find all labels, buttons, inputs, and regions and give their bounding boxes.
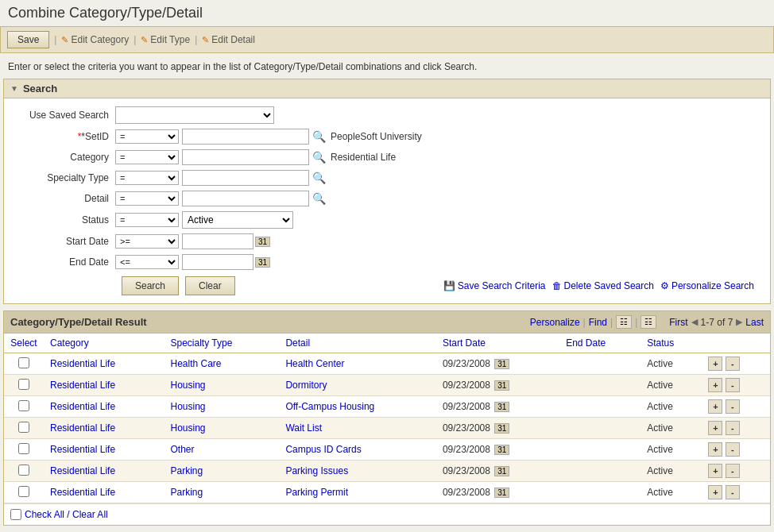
row-detail-link[interactable]: Off-Campus Housing xyxy=(285,401,374,412)
clear-button[interactable]: Clear xyxy=(185,276,235,295)
row-checkbox[interactable] xyxy=(18,379,29,390)
edit-type-link[interactable]: ✎ Edit Type xyxy=(141,34,190,45)
setid-input[interactable]: PSUNV xyxy=(182,129,309,145)
personalize-results-link[interactable]: Personalize xyxy=(530,317,580,328)
search-button[interactable]: Search xyxy=(122,276,179,295)
row-remove-button[interactable]: - xyxy=(726,421,740,435)
use-saved-search-control xyxy=(115,106,274,124)
prev-arrow-icon[interactable]: ◀ xyxy=(691,317,698,327)
row-remove-button[interactable]: - xyxy=(726,485,740,499)
start-date-operator-select[interactable]: =>=<=>< xyxy=(115,234,179,249)
row-add-button[interactable]: + xyxy=(708,421,722,435)
detail-input[interactable] xyxy=(182,191,309,206)
row-category-link[interactable]: Residential Life xyxy=(50,444,115,455)
sep2: | xyxy=(134,34,136,45)
view-icon-2[interactable]: ☷ xyxy=(640,315,656,329)
row-specialty-type-link[interactable]: Other xyxy=(170,444,194,455)
row-category-link[interactable]: Residential Life xyxy=(50,380,115,391)
row-select-cell xyxy=(4,482,44,503)
specialty-type-input[interactable] xyxy=(182,170,309,186)
row-start-date-cal-icon[interactable]: 31 xyxy=(494,423,509,434)
row-remove-button[interactable]: - xyxy=(726,378,740,392)
find-link[interactable]: Find xyxy=(589,317,607,328)
row-category-link[interactable]: Residential Life xyxy=(50,487,115,498)
end-date-operator-select[interactable]: <==>= xyxy=(115,255,179,269)
row-specialty-type-link[interactable]: Housing xyxy=(170,380,205,391)
personalize-search-link[interactable]: ⚙ Personalize Search xyxy=(660,280,754,291)
end-date-calendar-icon[interactable]: 31 xyxy=(255,257,270,268)
delete-search-link[interactable]: 🗑 Delete Saved Search xyxy=(552,280,654,291)
first-link[interactable]: First xyxy=(669,317,687,328)
row-checkbox[interactable] xyxy=(18,422,29,433)
status-value-select[interactable]: Active Inactive xyxy=(182,211,293,229)
row-action-cell: + - xyxy=(702,482,770,503)
row-checkbox[interactable] xyxy=(18,486,29,497)
row-detail-cell: Dormitory xyxy=(279,375,435,396)
start-date-calendar-icon[interactable]: 31 xyxy=(255,237,270,247)
row-remove-button[interactable]: - xyxy=(726,442,740,457)
category-input[interactable]: RLIFE xyxy=(182,149,309,165)
row-detail-link[interactable]: Health Center xyxy=(285,358,344,369)
row-add-button[interactable]: + xyxy=(708,357,722,371)
search-header[interactable]: ▼ Search xyxy=(4,79,770,98)
row-category-link[interactable]: Residential Life xyxy=(50,401,115,412)
row-detail-link[interactable]: Parking Issues xyxy=(285,465,348,476)
row-detail-link[interactable]: Dormitory xyxy=(285,380,327,391)
row-specialty-type-link[interactable]: Parking xyxy=(170,487,203,498)
row-detail-link[interactable]: Campus ID Cards xyxy=(285,444,361,455)
specialty-type-lookup-icon[interactable]: 🔍 xyxy=(312,172,326,184)
table-row: Residential Life Parking Parking Permit … xyxy=(4,482,770,503)
setid-lookup-icon[interactable]: 🔍 xyxy=(312,130,326,143)
row-category-link[interactable]: Residential Life xyxy=(50,422,115,434)
row-start-date-cal-icon[interactable]: 31 xyxy=(494,488,509,498)
edit-detail-link[interactable]: ✎ Edit Detail xyxy=(202,34,255,45)
row-start-date-cal-icon[interactable]: 31 xyxy=(494,445,509,455)
detail-operator-select[interactable]: =not =begins with xyxy=(115,191,179,206)
row-start-date-cal-icon[interactable]: 31 xyxy=(494,359,509,369)
row-remove-button[interactable]: - xyxy=(726,464,740,478)
check-all-checkbox[interactable] xyxy=(10,509,21,520)
row-category-link[interactable]: Residential Life xyxy=(50,358,115,369)
row-add-button[interactable]: + xyxy=(708,399,722,414)
detail-lookup-icon[interactable]: 🔍 xyxy=(312,192,326,205)
row-remove-button[interactable]: - xyxy=(726,357,740,371)
status-operator-select[interactable]: =not = xyxy=(115,213,179,227)
use-saved-search-select[interactable] xyxy=(115,106,274,124)
row-start-date-cal-icon[interactable]: 31 xyxy=(494,466,509,476)
category-lookup-icon[interactable]: 🔍 xyxy=(312,151,326,164)
row-checkbox[interactable] xyxy=(18,465,29,476)
row-add-button[interactable]: + xyxy=(708,485,722,499)
view-icon-1[interactable]: ☷ xyxy=(616,315,632,329)
start-date-input[interactable] xyxy=(182,233,253,249)
last-link[interactable]: Last xyxy=(745,317,764,328)
row-detail-link[interactable]: Wait List xyxy=(285,422,322,434)
row-checkbox[interactable] xyxy=(18,443,29,454)
row-specialty-type-link[interactable]: Housing xyxy=(170,422,205,434)
row-specialty-type-link[interactable]: Parking xyxy=(170,465,203,476)
row-add-button[interactable]: + xyxy=(708,464,722,478)
row-checkbox[interactable] xyxy=(18,400,29,411)
row-start-date-cal-icon[interactable]: 31 xyxy=(494,402,509,412)
save-button[interactable]: Save xyxy=(7,31,49,48)
row-add-button[interactable]: + xyxy=(708,442,722,457)
edit-category-link[interactable]: ✎ Edit Category xyxy=(61,34,129,45)
row-remove-button[interactable]: - xyxy=(726,399,740,414)
check-all-link[interactable]: Check All / Clear All xyxy=(25,509,108,520)
edit-detail-label: Edit Detail xyxy=(211,34,255,45)
row-specialty-type-link[interactable]: Housing xyxy=(170,401,205,412)
row-add-button[interactable]: + xyxy=(708,378,722,392)
row-checkbox[interactable] xyxy=(18,357,29,368)
row-start-date-cal-icon[interactable]: 31 xyxy=(494,380,509,391)
next-arrow-icon[interactable]: ▶ xyxy=(736,317,742,327)
row-specialty-type-cell: Housing xyxy=(164,375,279,396)
row-category-link[interactable]: Residential Life xyxy=(50,465,115,476)
end-date-input[interactable] xyxy=(182,254,253,270)
save-search-link[interactable]: 💾 Save Search Criteria xyxy=(443,280,546,291)
category-operator-select[interactable]: =not =begins with xyxy=(115,150,179,164)
row-specialty-type-cell: Parking xyxy=(164,461,279,482)
specialty-type-row: Specialty Type =not =begins with 🔍 xyxy=(20,170,754,186)
row-detail-link[interactable]: Parking Permit xyxy=(285,487,348,498)
row-specialty-type-link[interactable]: Health Care xyxy=(170,358,221,369)
setid-operator-select[interactable]: =not =begins with xyxy=(115,129,179,144)
specialty-type-operator-select[interactable]: =not =begins with xyxy=(115,171,179,185)
